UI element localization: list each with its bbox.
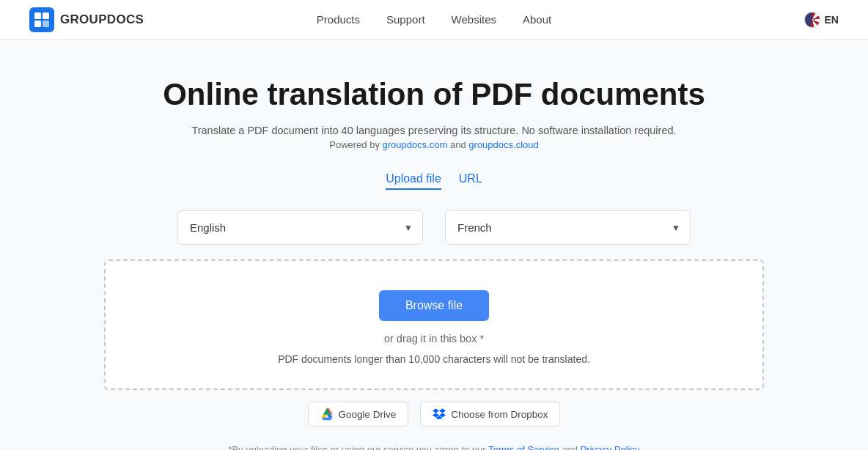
- upload-dropzone[interactable]: Browse file or drag it in this box * PDF…: [104, 259, 764, 390]
- svg-rect-1: [34, 12, 41, 19]
- main-nav: Products Support Websites About: [317, 13, 551, 26]
- language-dropdowns: English French German Spanish Italian Ru…: [177, 210, 691, 245]
- google-drive-icon: [320, 407, 334, 421]
- groupdocs-cloud-link[interactable]: groupdocs.cloud: [468, 139, 538, 150]
- cloud-buttons: Google Drive Choose from Dropbox: [308, 402, 561, 427]
- powered-by-prefix: Powered by: [329, 139, 382, 150]
- source-language-select[interactable]: English French German Spanish Italian Ru…: [177, 210, 423, 245]
- nav-support[interactable]: Support: [386, 13, 425, 26]
- svg-rect-0: [29, 7, 54, 32]
- tos-link[interactable]: Terms of Service: [488, 444, 559, 450]
- tab-url[interactable]: URL: [459, 172, 482, 190]
- powered-by-and: and: [447, 139, 468, 150]
- dropbox-button[interactable]: Choose from Dropbox: [420, 402, 560, 427]
- target-language-wrapper: French English German Spanish Italian Ru…: [445, 210, 691, 245]
- svg-rect-3: [34, 21, 41, 27]
- privacy-link[interactable]: Privacy Policy: [581, 444, 640, 450]
- limit-text: PDF documents longer than 10,000 charact…: [278, 353, 590, 365]
- powered-by: Powered by groupdocs.com and groupdocs.c…: [329, 139, 538, 150]
- logo[interactable]: GROUPDOCS: [29, 7, 144, 32]
- logo-icon: [29, 7, 54, 32]
- browse-file-button[interactable]: Browse file: [379, 290, 489, 321]
- drag-text: or drag it in this box *: [384, 333, 484, 344]
- svg-rect-4: [43, 21, 49, 27]
- nav-products[interactable]: Products: [317, 13, 360, 26]
- google-drive-button[interactable]: Google Drive: [308, 402, 409, 427]
- footer-and: and: [559, 444, 581, 450]
- nav-websites[interactable]: Websites: [452, 13, 496, 26]
- dropbox-icon: [433, 407, 446, 421]
- tabs: Upload file URL: [386, 172, 482, 190]
- footer-prefix: *By uploading your files or using our se…: [228, 444, 488, 450]
- subtitle: Translate a PDF document into 40 languag…: [191, 125, 676, 136]
- logo-text: GROUPDOCS: [60, 12, 144, 27]
- tab-upload[interactable]: Upload file: [386, 172, 441, 190]
- nav-about[interactable]: About: [523, 13, 551, 26]
- page-title: Online translation of PDF documents: [163, 76, 705, 113]
- dropbox-label: Choose from Dropbox: [451, 409, 548, 420]
- groupdocs-com-link[interactable]: groupdocs.com: [383, 139, 448, 150]
- language-selector[interactable]: EN: [804, 12, 839, 28]
- google-drive-label: Google Drive: [339, 409, 397, 420]
- target-language-select[interactable]: French English German Spanish Italian Ru…: [445, 210, 691, 245]
- svg-rect-2: [43, 12, 49, 19]
- source-language-wrapper: English French German Spanish Italian Ru…: [177, 210, 423, 245]
- flag-icon: [804, 12, 820, 28]
- lang-code: EN: [825, 14, 839, 26]
- footer-note: *By uploading your files or using our se…: [228, 444, 639, 450]
